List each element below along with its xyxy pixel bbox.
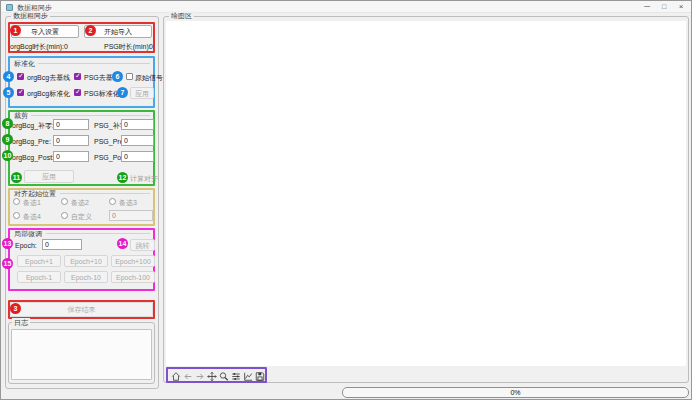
custom-radio[interactable] (61, 212, 68, 219)
badge-1: 1 (10, 25, 21, 36)
option1-radio[interactable] (13, 198, 20, 205)
orgbcg-duration-value: 0 (64, 42, 68, 51)
option4-label: 备选4 (23, 212, 41, 221)
option4-radio[interactable] (13, 212, 20, 219)
badge-7: 7 (117, 87, 128, 98)
raw-signal-checkbox[interactable] (126, 73, 133, 80)
custom-label: 自定义 (71, 212, 92, 221)
orgbcg-zero-label: orgBcg_补零: (12, 121, 54, 130)
finetune-section-title: 局部微调 (14, 229, 42, 238)
badge-4: 4 (3, 71, 14, 82)
epoch-plus10-button[interactable]: Epoch+10 (64, 255, 108, 267)
orgbcg-zero-input[interactable] (53, 119, 89, 130)
badge-14: 14 (117, 238, 128, 249)
option2-label: 备选2 (71, 198, 89, 207)
psg-std-label: PSG标准化 (84, 89, 120, 98)
orgbcg-std-checkbox[interactable] (17, 89, 24, 96)
psg-post-input[interactable] (121, 151, 154, 162)
minimize-button[interactable]: ─ (639, 1, 655, 13)
epoch-minus10-button[interactable]: Epoch-10 (64, 271, 108, 283)
badge-6: 6 (112, 71, 123, 82)
normalize-title-line (38, 63, 150, 64)
log-section-title: 日志 (12, 318, 30, 327)
toolbar-highlight (166, 367, 267, 383)
badge-11: 11 (11, 172, 22, 183)
forward-icon[interactable] (195, 371, 205, 382)
orgbcg-duration-label: orgBcg时长(min): (10, 42, 64, 51)
orgbcg-pre-input[interactable] (53, 135, 89, 146)
badge-12: 12 (117, 172, 128, 183)
subplots-icon[interactable] (231, 371, 241, 382)
epoch-label: Epoch: (15, 241, 37, 250)
customize-icon[interactable] (243, 371, 253, 382)
save-results-button[interactable]: 保存结果 (10, 302, 153, 317)
log-textarea[interactable] (11, 329, 152, 380)
save-icon[interactable] (255, 371, 265, 382)
badge-2: 2 (85, 25, 96, 36)
left-panel-title: 数据粗同步 (11, 11, 50, 20)
close-button[interactable]: × (673, 1, 689, 13)
orgbcg-std-label: orgBcg标准化 (27, 89, 70, 98)
orgbcg-pre-label: orgBcg_Pre: (12, 137, 51, 146)
calc-align-button[interactable]: 计算对齐 (130, 174, 158, 183)
app-icon (6, 4, 13, 11)
badge-9: 9 (2, 134, 13, 145)
epoch-minus1-button[interactable]: Epoch-1 (17, 271, 61, 283)
psg-zero-input[interactable] (121, 119, 154, 130)
maximize-button[interactable]: □ (656, 1, 672, 13)
align-section-title: 对齐起始位置 (14, 189, 56, 198)
finetune-title-line (46, 233, 150, 234)
raw-signal-label: 原始信号 (135, 73, 163, 82)
normalize-apply-button[interactable]: 应用 (130, 87, 154, 99)
orgbcg-debase-label: orgBcg去基线 (27, 73, 70, 82)
orgbcg-post-input[interactable] (53, 151, 89, 162)
badge-8: 8 (2, 118, 13, 129)
normalize-section-title: 标准化 (14, 59, 35, 68)
option3-radio[interactable] (109, 198, 116, 205)
badge-13: 13 (2, 238, 13, 249)
custom-start-input[interactable] (109, 210, 153, 221)
badge-5: 5 (3, 87, 14, 98)
title-bar: 数据粗同步 ─ □ × (1, 1, 691, 13)
psg-duration-value: 0 (149, 42, 153, 51)
badge-15: 15 (2, 258, 13, 269)
psg-std-checkbox[interactable] (74, 89, 81, 96)
crop-section-title: 裁剪 (14, 111, 28, 120)
epoch-plus1-button[interactable]: Epoch+1 (17, 255, 61, 267)
zoom-icon[interactable] (219, 371, 229, 382)
psg-debase-checkbox[interactable] (74, 73, 81, 80)
badge-3: 3 (10, 303, 21, 314)
epoch-minus100-button[interactable]: Epoch-100 (111, 271, 155, 283)
orgbcg-debase-checkbox[interactable] (17, 73, 24, 80)
crop-title-line (31, 115, 150, 116)
home-icon[interactable] (171, 371, 181, 382)
epoch-input[interactable] (42, 239, 82, 250)
jump-button[interactable]: 跳转 (130, 239, 155, 251)
crop-apply-button[interactable]: 应用 (24, 170, 74, 183)
option2-radio[interactable] (61, 198, 68, 205)
pan-icon[interactable] (207, 371, 217, 382)
option1-label: 备选1 (23, 198, 41, 207)
epoch-plus100-button[interactable]: Epoch+100 (111, 255, 155, 267)
psg-pre-input[interactable] (121, 135, 154, 146)
import-settings-button[interactable]: 导入设置 (11, 25, 79, 38)
psg-duration-label: PSG时长(min): (104, 42, 151, 51)
back-icon[interactable] (183, 371, 193, 382)
badge-10: 10 (2, 150, 13, 161)
plot-canvas[interactable] (166, 21, 686, 366)
option3-label: 备选3 (119, 198, 137, 207)
progress-bar: 0% (342, 387, 689, 398)
plot-panel-title: 绘图区 (169, 11, 194, 20)
orgbcg-post-label: orgBcg_Post: (12, 153, 54, 162)
align-title-line (60, 193, 150, 194)
